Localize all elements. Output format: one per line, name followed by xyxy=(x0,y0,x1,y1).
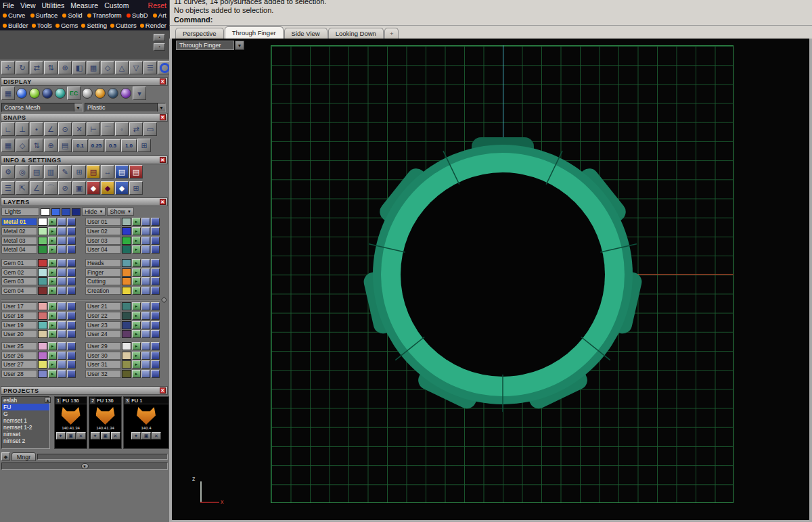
gem-report-icon[interactable]: ▤ xyxy=(129,165,143,179)
layer-row-user-25[interactable]: User 25▸ xyxy=(1,342,76,351)
layer-color-swatch[interactable] xyxy=(122,268,131,277)
layer-lock-button[interactable] xyxy=(58,370,66,378)
thumb-delete-button[interactable]: ✕ xyxy=(111,432,120,440)
layer-lock-button[interactable] xyxy=(58,352,66,360)
layer-lock-button[interactable] xyxy=(141,370,150,378)
layers-close-icon[interactable]: ✕ xyxy=(160,199,166,205)
layer-row-user-01[interactable]: User 01▸ xyxy=(85,218,160,227)
lights-color-swatch[interactable] xyxy=(41,208,50,216)
layer-row-user-02[interactable]: User 02▸ xyxy=(85,227,160,236)
mid-snap-icon[interactable]: ∠ xyxy=(44,122,58,136)
point-snap-icon[interactable]: • xyxy=(30,122,43,136)
layer-material-button[interactable] xyxy=(67,259,76,267)
project-item-selected[interactable]: FU xyxy=(2,404,49,410)
layer-color-swatch[interactable] xyxy=(38,312,47,320)
layer-color-swatch[interactable] xyxy=(122,302,131,310)
layer-lock-button[interactable] xyxy=(141,277,150,285)
material-dropdown[interactable]: Plastic ▼ xyxy=(85,103,166,112)
lights-toggle-3[interactable] xyxy=(72,208,81,216)
layer-lock-button[interactable] xyxy=(58,302,66,310)
layer-lock-button[interactable] xyxy=(58,342,66,350)
extrude-down-icon[interactable]: ▽ xyxy=(129,61,143,74)
layer-material-button[interactable] xyxy=(67,277,76,285)
collapse-down-icon[interactable]: ▼ xyxy=(81,463,89,469)
grid-list-icon[interactable]: ☰ xyxy=(1,181,15,195)
layer-material-button[interactable] xyxy=(67,330,76,338)
array-icon[interactable]: ▦ xyxy=(87,61,100,74)
layer-lock-button[interactable] xyxy=(58,360,66,369)
thumb-delete-button[interactable]: ✕ xyxy=(152,432,161,440)
layer-on-button[interactable]: ▸ xyxy=(132,277,141,285)
layer-row-gem-02[interactable]: Gem 02▸ xyxy=(1,268,76,277)
layer-material-button[interactable] xyxy=(67,342,76,350)
layer-lock-button[interactable] xyxy=(141,268,150,277)
layer-material-button[interactable] xyxy=(151,302,160,310)
layer-on-button[interactable]: ▸ xyxy=(48,352,57,360)
quad-snap-icon[interactable]: ◦ xyxy=(115,122,129,136)
layer-on-button[interactable]: ▸ xyxy=(48,370,57,378)
layer-lock-button[interactable] xyxy=(141,330,150,338)
display-close-icon[interactable]: ✕ xyxy=(160,78,166,85)
layer-material-button[interactable] xyxy=(67,218,76,226)
layer-color-swatch[interactable] xyxy=(122,218,131,226)
layer-row-user-19[interactable]: User 19▸ xyxy=(1,321,76,329)
thumb-add-button[interactable]: ✦ xyxy=(56,432,66,440)
launcher-transform[interactable]: Transform xyxy=(87,11,122,19)
layer-color-swatch[interactable] xyxy=(38,287,47,295)
layer-lock-button[interactable] xyxy=(141,227,150,235)
layer-on-button[interactable]: ▸ xyxy=(48,227,57,235)
layer-row-user-23[interactable]: User 23▸ xyxy=(85,321,160,329)
layer-on-button[interactable]: ▸ xyxy=(132,352,141,360)
command-history-area[interactable]: 11 curves, 14 polysurfaces added to sele… xyxy=(169,0,812,26)
thumb-add-button[interactable]: ✦ xyxy=(91,432,100,440)
layer-material-button[interactable] xyxy=(67,370,76,378)
project-item[interactable]: G xyxy=(2,410,49,417)
layer-color-swatch[interactable] xyxy=(122,237,131,245)
layer-lock-button[interactable] xyxy=(141,259,150,267)
layer-lock-button[interactable] xyxy=(141,302,150,310)
center-snap-icon[interactable]: ⊙ xyxy=(58,122,72,136)
layer-material-button[interactable] xyxy=(67,302,76,310)
lights-toggle-2[interactable] xyxy=(62,208,70,216)
layer-material-button[interactable] xyxy=(67,321,76,329)
measure-icon[interactable]: ↔ xyxy=(101,165,114,179)
layer-row-user-04[interactable]: User 04▸ xyxy=(85,245,160,254)
layer-color-swatch[interactable] xyxy=(122,277,131,285)
layer-color-swatch[interactable] xyxy=(122,342,131,350)
layer-row-gem-01[interactable]: Gem 01▸ xyxy=(1,259,76,268)
zoom-extents-icon[interactable]: ⇄ xyxy=(30,61,43,74)
thumb-grid-button[interactable]: ▣ xyxy=(141,432,151,440)
layer-color-swatch[interactable] xyxy=(122,360,131,369)
layer-color-swatch[interactable] xyxy=(122,370,131,378)
panel-collapse-button[interactable]: ▪ xyxy=(154,34,165,41)
layer-lock-button[interactable] xyxy=(141,360,150,369)
perp-snap-icon[interactable]: ⊢ xyxy=(87,122,100,136)
sapphire-info-icon[interactable]: ◆ xyxy=(115,181,129,195)
layer-lock-button[interactable] xyxy=(141,321,150,329)
layer-on-button[interactable]: ▸ xyxy=(48,321,57,329)
thumb-add-button[interactable]: ✦ xyxy=(131,432,141,440)
project-thumbnail-1[interactable]: 1FU 136 140.41.34 ✦▣✕ xyxy=(54,396,87,449)
layer-on-button[interactable]: ▸ xyxy=(132,218,141,226)
xray-view-icon[interactable] xyxy=(42,88,53,99)
snaps-panel-header[interactable]: SNAPS ✕ xyxy=(1,113,168,122)
layer-on-button[interactable]: ▸ xyxy=(132,312,141,320)
project-list[interactable]: eslah FU G nemset 1 nemset 1-2 nimset ni… xyxy=(1,396,50,449)
new-panel-icon[interactable]: ⊞ xyxy=(72,165,86,179)
layer-material-button[interactable] xyxy=(151,287,160,295)
layer-on-button[interactable]: ▸ xyxy=(48,342,57,350)
project-scrollbar[interactable] xyxy=(37,454,168,460)
layer-on-button[interactable]: ▸ xyxy=(48,302,57,310)
display-more-icon[interactable]: ▾ xyxy=(133,87,146,100)
layer-material-button[interactable] xyxy=(151,352,160,360)
layer-lock-button[interactable] xyxy=(58,245,66,254)
menu-custom[interactable]: Custom xyxy=(104,1,129,9)
layer-material-button[interactable] xyxy=(67,227,76,235)
layer-color-swatch[interactable] xyxy=(122,245,131,254)
layer-row-heads[interactable]: Heads▸ xyxy=(85,259,160,268)
launcher-tools[interactable]: Tools xyxy=(32,22,52,29)
thumb-delete-button[interactable]: ✕ xyxy=(76,432,86,440)
layer-material-button[interactable] xyxy=(151,245,160,254)
tab-looking-down[interactable]: Looking Down xyxy=(328,28,384,39)
layer-on-button[interactable]: ▸ xyxy=(48,312,57,320)
